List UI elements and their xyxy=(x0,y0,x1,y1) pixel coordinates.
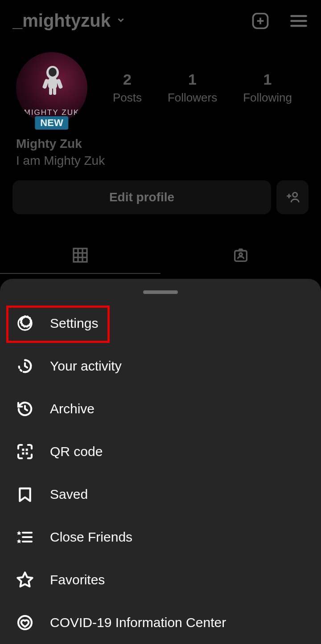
stat-followers-count: 1 xyxy=(168,71,217,88)
covid-icon xyxy=(15,613,35,632)
menu-label-activity: Your activity xyxy=(50,359,122,374)
menu-label-qr: QR code xyxy=(50,444,103,459)
edit-profile-button[interactable]: Edit profile xyxy=(12,180,271,214)
svg-rect-16 xyxy=(74,249,87,262)
svg-rect-25 xyxy=(26,448,28,451)
menu-label-saved: Saved xyxy=(50,487,88,502)
avatar-graphic xyxy=(39,65,66,96)
close-friends-icon xyxy=(15,527,35,547)
display-name: Mighty Zuk xyxy=(16,137,305,151)
svg-rect-24 xyxy=(22,448,24,451)
menu-item-favorites[interactable]: Favorites xyxy=(0,558,321,601)
tab-grid[interactable] xyxy=(0,237,160,274)
profile-header: _mightyzuk xyxy=(0,0,321,41)
svg-point-22 xyxy=(239,253,243,256)
menu-label-favorites: Favorites xyxy=(50,572,105,587)
favorites-icon xyxy=(15,570,35,590)
menu-item-activity[interactable]: Your activity xyxy=(0,345,321,387)
create-post-button[interactable] xyxy=(251,11,270,31)
menu-label-close-friends: Close Friends xyxy=(50,530,132,545)
drag-handle[interactable] xyxy=(143,290,178,294)
profile-summary: MIGHTY ZUK NEW 2 Posts 1 Followers 1 Fol… xyxy=(0,41,321,123)
stat-posts-label: Posts xyxy=(113,91,142,105)
activity-icon xyxy=(15,356,35,376)
stat-posts-count: 2 xyxy=(113,71,142,88)
new-badge: NEW xyxy=(35,116,68,130)
svg-marker-32 xyxy=(17,539,21,543)
avatar-container[interactable]: MIGHTY ZUK NEW xyxy=(16,52,87,123)
qr-icon xyxy=(15,442,35,461)
chevron-down-icon xyxy=(116,15,126,27)
svg-rect-11 xyxy=(49,88,52,95)
profile-meta: Mighty Zuk I am Mighty Zuk xyxy=(0,123,321,175)
settings-icon xyxy=(15,314,35,333)
menu-item-qr[interactable]: QR code xyxy=(0,430,321,473)
menu-item-covid[interactable]: COVID-19 Information Center xyxy=(0,601,321,644)
menu-label-covid: COVID-19 Information Center xyxy=(50,615,226,630)
svg-marker-33 xyxy=(17,572,32,587)
bottom-sheet-menu: Settings Your activity Archive QR code S xyxy=(0,279,321,644)
avatar-label: MIGHTY ZUK xyxy=(24,108,80,117)
svg-rect-8 xyxy=(48,78,57,89)
menu-label-archive: Archive xyxy=(50,401,95,416)
menu-label-settings: Settings xyxy=(50,316,98,331)
stat-following-count: 1 xyxy=(243,71,292,88)
profile-actions: Edit profile xyxy=(0,175,321,220)
archive-icon xyxy=(15,399,35,419)
svg-marker-31 xyxy=(17,531,21,535)
profile-stats: 2 Posts 1 Followers 1 Following xyxy=(100,71,305,105)
svg-rect-12 xyxy=(53,88,56,95)
menu-item-archive[interactable]: Archive xyxy=(0,387,321,430)
avatar: MIGHTY ZUK xyxy=(16,52,87,123)
tab-tagged[interactable] xyxy=(160,237,321,274)
menu-button[interactable] xyxy=(289,11,309,31)
stat-following[interactable]: 1 Following xyxy=(243,71,292,105)
username-text: _mightyzuk xyxy=(12,11,111,31)
stat-posts[interactable]: 2 Posts xyxy=(113,71,142,105)
stat-followers-label: Followers xyxy=(168,91,217,105)
stat-followers[interactable]: 1 Followers xyxy=(168,71,217,105)
svg-point-7 xyxy=(49,68,57,77)
discover-people-button[interactable] xyxy=(276,180,309,214)
svg-rect-27 xyxy=(26,452,28,455)
bio-text: I am Mighty Zuk xyxy=(16,154,305,168)
stat-following-label: Following xyxy=(243,91,292,105)
svg-point-15 xyxy=(293,192,297,197)
menu-item-settings[interactable]: Settings xyxy=(0,302,321,345)
saved-icon xyxy=(15,485,35,504)
profile-tabs xyxy=(0,237,321,274)
svg-rect-26 xyxy=(22,452,24,455)
menu-item-close-friends[interactable]: Close Friends xyxy=(0,516,321,558)
username-switcher[interactable]: _mightyzuk xyxy=(12,11,126,31)
menu-item-saved[interactable]: Saved xyxy=(0,473,321,516)
header-actions xyxy=(251,11,309,31)
